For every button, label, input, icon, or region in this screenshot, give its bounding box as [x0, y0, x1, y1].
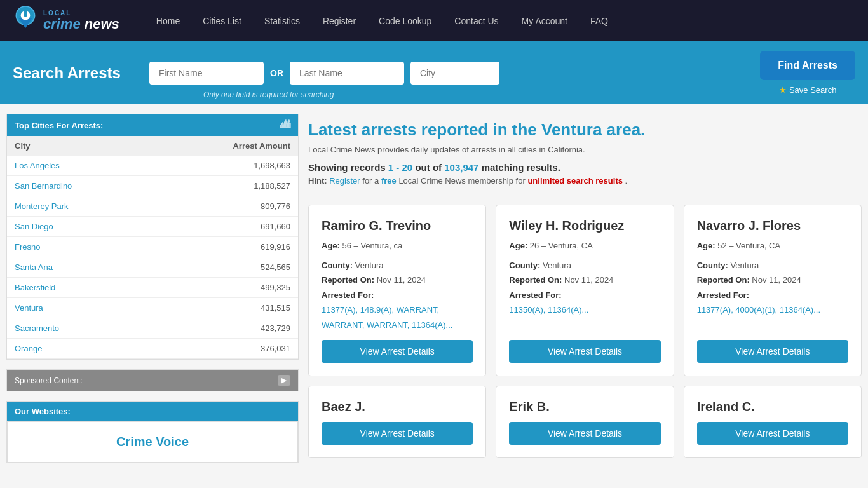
table-row: Bakersfield 499,325 — [7, 278, 298, 298]
sidebar: Top Cities For Arrests: 🏙 City Arrest Am… — [6, 114, 299, 473]
search-arrests-label: Search Arrests — [13, 64, 140, 82]
arrest-card: Baez J.View Arrest Details — [308, 386, 486, 458]
view-arrest-details-button[interactable]: View Arrest Details — [697, 340, 848, 363]
content-subtitle: Local Crime News provides daily updates … — [308, 145, 862, 154]
arrest-card: Erik B.View Arrest Details — [496, 386, 674, 458]
or-label: OR — [270, 68, 283, 78]
search-actions: Find Arrests ★ Save Search — [760, 51, 855, 95]
hint-text: Hint: Register for a free Local Crime Ne… — [308, 176, 862, 186]
city-name-cell: San Bernardino — [7, 176, 153, 196]
city-amount-cell: 423,729 — [153, 318, 298, 339]
arrest-age: Age: 52 – Ventura, CA — [697, 241, 848, 250]
city-amount-cell: 1,698,663 — [153, 156, 298, 176]
amount-col-header: Arrest Amount — [153, 136, 298, 156]
arrest-card: Ireland C.View Arrest Details — [684, 386, 862, 458]
city-name-cell: Santa Ana — [7, 257, 153, 278]
arrest-details: County: Ventura Reported On: Nov 11, 202… — [509, 258, 660, 318]
nav-item-code-lookup[interactable]: Code Lookup — [367, 11, 443, 31]
nav-item-register[interactable]: Register — [311, 11, 367, 31]
sponsored-header: Sponsored Content: ▶ — [7, 370, 298, 391]
arrest-name: Erik B. — [509, 399, 660, 414]
table-row: Santa Ana 524,565 — [7, 257, 298, 278]
nav-item-faq[interactable]: FAQ — [579, 11, 620, 31]
arrest-name: Baez J. — [322, 399, 473, 414]
city-link[interactable]: San Diego — [15, 222, 53, 231]
nav-item-my-account[interactable]: My Account — [510, 11, 579, 31]
view-arrest-details-button[interactable]: View Arrest Details — [697, 422, 848, 445]
logo-crime: crime — [43, 16, 85, 32]
city-amount-cell: 1,188,527 — [153, 176, 298, 196]
city-name-cell: Bakersfield — [7, 278, 153, 298]
city-amount-cell: 691,660 — [153, 217, 298, 237]
register-link[interactable]: Register — [329, 176, 360, 186]
play-icon[interactable]: ▶ — [278, 375, 290, 386]
arrest-age: Age: 56 – Ventura, ca — [322, 241, 473, 250]
city-link[interactable]: Sacramento — [15, 323, 59, 333]
city-amount-cell: 524,565 — [153, 257, 298, 278]
save-search-link[interactable]: ★ Save Search — [779, 85, 836, 95]
arrest-details: County: Ventura Reported On: Nov 11, 202… — [697, 258, 848, 318]
table-row: San Bernardino 1,188,527 — [7, 176, 298, 196]
city-input[interactable] — [410, 62, 499, 85]
cities-table: City Arrest Amount Los Angeles 1,698,663… — [7, 136, 298, 359]
main-layout: Top Cities For Arrests: 🏙 City Arrest Am… — [0, 104, 868, 482]
table-row: Los Angeles 1,698,663 — [7, 156, 298, 176]
last-name-input[interactable] — [290, 62, 404, 85]
nav-item-statistics[interactable]: Statistics — [253, 11, 311, 31]
logo[interactable]: LOCAL crime news — [13, 5, 119, 37]
content-area: Latest arrests reported in the Ventura a… — [308, 114, 862, 473]
city-name-cell: Sacramento — [7, 318, 153, 339]
city-amount-cell: 619,916 — [153, 237, 298, 257]
arrest-name: Ramiro G. Trevino — [322, 218, 473, 233]
city-link[interactable]: San Bernardino — [15, 181, 72, 191]
city-link[interactable]: Monterey Park — [15, 201, 69, 211]
nav-item-contact-us[interactable]: Contact Us — [443, 11, 510, 31]
view-arrest-details-button[interactable]: View Arrest Details — [322, 422, 473, 445]
city-link[interactable]: Santa Ana — [15, 262, 53, 272]
table-row: Monterey Park 809,776 — [7, 196, 298, 217]
city-amount-cell: 376,031 — [153, 339, 298, 359]
city-amount-cell: 499,325 — [153, 278, 298, 298]
page-title: Latest arrests reported in the Ventura a… — [308, 120, 862, 140]
city-link[interactable]: Ventura — [15, 303, 43, 313]
city-amount-cell: 809,776 — [153, 196, 298, 217]
arrest-name: Wiley H. Rodriguez — [509, 218, 660, 233]
content-header: Latest arrests reported in the Ventura a… — [308, 114, 862, 195]
arrest-name: Ireland C. — [697, 399, 848, 414]
our-websites-section: Our Websites: Crime Voice — [6, 401, 299, 463]
logo-text: LOCAL crime news — [43, 10, 119, 32]
city-amount-cell: 431,515 — [153, 298, 298, 318]
top-cities-section: Top Cities For Arrests: 🏙 City Arrest Am… — [6, 114, 299, 360]
table-row: Orange 376,031 — [7, 339, 298, 359]
arrest-card: Ramiro G. TrevinoAge: 56 – Ventura, ca C… — [308, 205, 486, 376]
view-arrest-details-button[interactable]: View Arrest Details — [509, 422, 660, 445]
table-row: Sacramento 423,729 — [7, 318, 298, 339]
table-row: San Diego 691,660 — [7, 217, 298, 237]
city-link[interactable]: Fresno — [15, 242, 40, 252]
city-link[interactable]: Orange — [15, 344, 42, 353]
find-arrests-button[interactable]: Find Arrests — [760, 51, 855, 80]
star-icon: ★ — [779, 85, 787, 95]
city-name-cell: Monterey Park — [7, 196, 153, 217]
our-websites-header: Our Websites: — [7, 402, 298, 421]
top-navigation: LOCAL crime news Home Cities List Statis… — [0, 0, 868, 41]
nav-item-cities-list[interactable]: Cities List — [191, 11, 253, 31]
arrest-card: Navarro J. FloresAge: 52 – Ventura, CA C… — [684, 205, 862, 376]
table-row: Fresno 619,916 — [7, 237, 298, 257]
search-hint: Only one field is required for searching — [203, 90, 334, 99]
sponsored-section: Sponsored Content: ▶ — [6, 369, 299, 391]
svg-point-4 — [24, 10, 27, 13]
first-name-input[interactable] — [149, 62, 264, 85]
city-skyline-icon: 🏙 — [280, 119, 290, 131]
city-link[interactable]: Bakersfield — [15, 283, 55, 292]
crime-voice-box: Crime Voice — [7, 421, 298, 463]
city-name-cell: Ventura — [7, 298, 153, 318]
nav-links: Home Cities List Statistics Register Cod… — [145, 11, 620, 31]
city-col-header: City — [7, 136, 153, 156]
cards-grid: Ramiro G. TrevinoAge: 56 – Ventura, ca C… — [308, 205, 862, 458]
view-arrest-details-button[interactable]: View Arrest Details — [509, 340, 660, 363]
arrest-name: Navarro J. Flores — [697, 218, 848, 233]
view-arrest-details-button[interactable]: View Arrest Details — [322, 340, 473, 363]
nav-item-home[interactable]: Home — [145, 11, 191, 31]
city-link[interactable]: Los Angeles — [15, 161, 60, 170]
